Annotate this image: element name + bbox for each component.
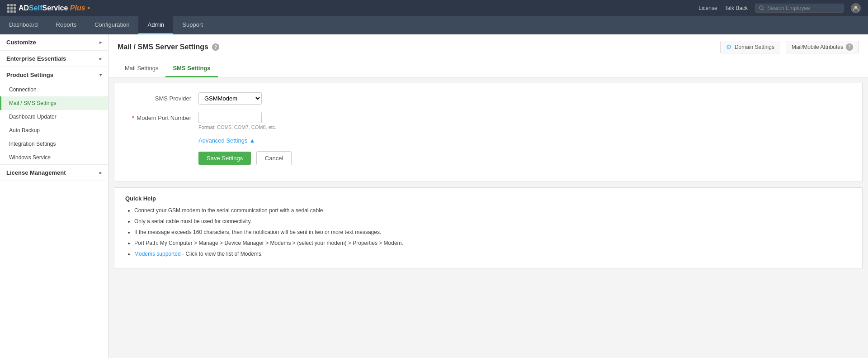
advanced-settings-control: Advanced Settings ▲ — [198, 137, 343, 144]
gear-icon: ⚙ — [726, 43, 732, 51]
buttons-row: Save Settings Cancel — [128, 151, 849, 165]
sidebar-item-mail-sms[interactable]: Mail / SMS Settings — [0, 96, 108, 110]
advanced-settings-link[interactable]: Advanced Settings ▲ — [198, 137, 343, 144]
license-link[interactable]: License — [698, 5, 717, 11]
chevron-up-icon: ▲ — [249, 137, 255, 144]
chevron-down-icon: ▾ — [99, 72, 102, 77]
tab-mail-settings[interactable]: Mail Settings — [118, 60, 165, 77]
sidebar-item-integration-settings[interactable]: Integration Settings — [0, 137, 108, 151]
quick-help-item-2: Only a serial cable must be used for con… — [134, 217, 851, 225]
search-input[interactable] — [767, 5, 840, 11]
modems-supported-link[interactable]: Modems supported — [134, 251, 181, 257]
modem-port-control: Format: COM5, COM7, COM8, etc. — [198, 112, 343, 130]
sidebar-section-customize: Customize ▸ — [0, 34, 108, 51]
top-bar-left: ADSelfService Plus • — [7, 4, 90, 13]
form-area: SMS Provider GSMModem Twilio Clickatell … — [114, 83, 863, 182]
logo-text: ADSelfService Plus • — [19, 4, 90, 12]
chevron-right-icon: ▸ — [99, 40, 102, 45]
sidebar-enterprise-header[interactable]: Enterprise Essentials ▸ — [0, 51, 108, 67]
sms-provider-control: GSMModem Twilio Clickatell MSG91 — [198, 92, 343, 105]
info-icon[interactable]: ? — [212, 43, 219, 51]
cancel-button[interactable]: Cancel — [256, 151, 292, 165]
layout: Customize ▸ Enterprise Essentials ▸ Prod… — [0, 34, 868, 358]
buttons-control: Save Settings Cancel — [198, 151, 292, 165]
nav-reports[interactable]: Reports — [47, 16, 86, 34]
mail-mobile-info-icon: ? — [846, 43, 853, 51]
grid-icon[interactable] — [7, 4, 16, 13]
sidebar-customize-header[interactable]: Customize ▸ — [0, 34, 108, 50]
sms-provider-label: SMS Provider — [128, 92, 191, 102]
svg-line-1 — [763, 10, 764, 11]
sms-provider-row: SMS Provider GSMModem Twilio Clickatell … — [128, 92, 849, 105]
top-bar: ADSelfService Plus • License Talk Back — [0, 0, 868, 16]
buttons-spacer — [128, 151, 191, 154]
page-title: Mail / SMS Server Settings ? — [118, 43, 219, 51]
modem-port-label: * Modem Port Number — [128, 112, 191, 121]
quick-help-item-5: Modems supported - Click to view the lis… — [134, 250, 851, 258]
tab-sms-settings[interactable]: SMS Settings — [165, 60, 217, 77]
app-logo: ADSelfService Plus • — [7, 4, 90, 13]
quick-help: Quick Help Connect your GSM modem to the… — [114, 187, 863, 268]
sms-provider-select[interactable]: GSMModem Twilio Clickatell MSG91 — [198, 92, 262, 105]
sidebar: Customize ▸ Enterprise Essentials ▸ Prod… — [0, 34, 108, 358]
save-settings-button[interactable]: Save Settings — [198, 152, 251, 165]
chevron-right-icon: ▸ — [99, 170, 102, 175]
sidebar-section-license: License Management ▸ — [0, 165, 108, 181]
nav-configuration[interactable]: Configuration — [85, 16, 138, 34]
quick-help-list: Connect your GSM modem to the serial com… — [125, 206, 851, 258]
nav-dashboard[interactable]: Dashboard — [0, 16, 47, 34]
sidebar-section-enterprise: Enterprise Essentials ▸ — [0, 51, 108, 67]
mail-mobile-attributes-button[interactable]: Mail/Mobile Attributes ? — [786, 41, 859, 53]
nav-bar: Dashboard Reports Configuration Admin Su… — [0, 16, 868, 34]
quick-help-item-4: Port Path: My Computer > Manage > Device… — [134, 239, 851, 247]
user-avatar[interactable] — [851, 3, 861, 13]
domain-settings-button[interactable]: ⚙ Domain Settings — [720, 41, 780, 53]
modem-port-row: * Modem Port Number Format: COM5, COM7, … — [128, 112, 849, 130]
modem-port-hint: Format: COM5, COM7, COM8, etc. — [198, 124, 343, 130]
quick-help-item-3: If the message exceeds 160 characters, t… — [134, 228, 851, 236]
sidebar-license-header[interactable]: License Management ▸ — [0, 165, 108, 181]
page-header: Mail / SMS Server Settings ? ⚙ Domain Se… — [108, 34, 868, 60]
advanced-settings-row: Advanced Settings ▲ — [128, 137, 849, 144]
talkback-link[interactable]: Talk Back — [725, 5, 748, 11]
modem-port-input[interactable] — [198, 112, 262, 123]
sidebar-item-dashboard-updater[interactable]: Dashboard Updater — [0, 110, 108, 124]
sidebar-item-windows-service[interactable]: Windows Service — [0, 151, 108, 164]
quick-help-title: Quick Help — [125, 195, 851, 202]
main-content: Mail / SMS Server Settings ? ⚙ Domain Se… — [108, 34, 868, 358]
sidebar-item-auto-backup[interactable]: Auto Backup — [0, 124, 108, 137]
search-box[interactable] — [755, 4, 844, 13]
search-icon — [759, 5, 764, 11]
sidebar-item-connection[interactable]: Connection — [0, 83, 108, 96]
svg-point-0 — [760, 6, 763, 10]
sidebar-section-product: Product Settings ▾ Connection Mail / SMS… — [0, 67, 108, 165]
tab-bar: Mail Settings SMS Settings — [108, 60, 868, 77]
nav-support[interactable]: Support — [173, 16, 212, 34]
quick-help-item-1: Connect your GSM modem to the serial com… — [134, 206, 851, 215]
chevron-right-icon: ▸ — [99, 56, 102, 61]
advanced-spacer — [128, 137, 191, 140]
sidebar-product-header[interactable]: Product Settings ▾ — [0, 67, 108, 83]
nav-admin[interactable]: Admin — [138, 16, 173, 34]
top-bar-right: License Talk Back — [698, 3, 861, 13]
